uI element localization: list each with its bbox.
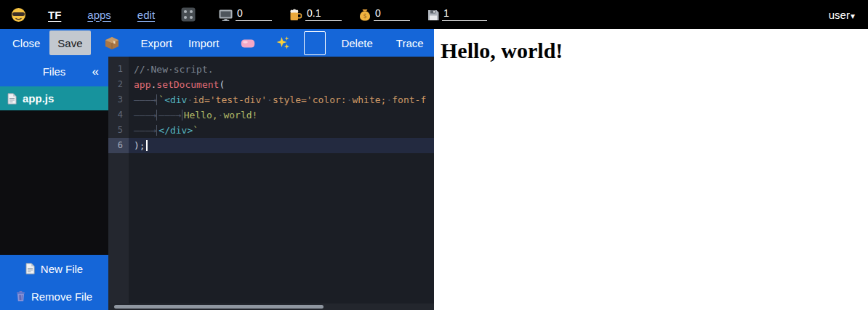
code-token: 'test-div' (210, 94, 267, 105)
editor-gutter: 123456 (108, 57, 129, 310)
sidebar-empty-area (0, 110, 108, 255)
keypad-icon[interactable] (181, 7, 196, 22)
workspace: Files « app.j (0, 57, 434, 310)
file-name: app.js (23, 92, 54, 105)
code-token: ———→ (134, 110, 157, 121)
toolbar: Close Save Export Import (0, 29, 434, 57)
code-token: Hello, (184, 110, 218, 121)
code-token: white; (352, 94, 386, 105)
code-line[interactable]: //·New·script. (129, 62, 434, 77)
line-number: 2 (108, 77, 129, 92)
new-file-button[interactable]: New File (0, 255, 108, 282)
close-button[interactable]: Close (4, 30, 48, 55)
code-token: font-f (392, 94, 426, 105)
stat-monitor-value[interactable]: 0 (236, 8, 272, 21)
line-number: 3 (108, 92, 129, 107)
export-button[interactable]: Export (133, 30, 180, 55)
code-editor[interactable]: 123456 //·New·script.app.setDocument(———… (108, 57, 434, 310)
files-sidebar: Files « app.j (0, 57, 108, 310)
code-token: ( (219, 79, 225, 90)
brand-link[interactable]: TF (48, 9, 61, 21)
code-token: ———→ (158, 110, 182, 121)
editor-code[interactable]: //·New·script.app.setDocument(———→`<div·… (129, 57, 434, 310)
line-number: 4 (108, 107, 129, 123)
code-token: </div> (158, 125, 193, 136)
trace-button[interactable]: Trace (388, 30, 432, 55)
nav-link-apps[interactable]: apps (87, 9, 111, 21)
code-token: ` (158, 94, 164, 105)
code-token: world! (223, 110, 257, 121)
line-number: 6 (108, 138, 129, 153)
code-line[interactable]: ); (129, 138, 434, 153)
code-token: ———→ (134, 94, 157, 105)
code-token: <div (164, 94, 187, 105)
output-panel: Hello, world! (434, 29, 868, 310)
stat-saves: 1 (427, 8, 487, 21)
stat-money: $ 0 (359, 8, 410, 21)
file-item-appjs[interactable]: app.js (0, 86, 108, 110)
smiley-sunglasses-icon[interactable] (11, 7, 26, 23)
code-token: //·New·script. (134, 64, 214, 75)
stat-saves-value[interactable]: 1 (442, 8, 487, 21)
code-token: ` (193, 125, 198, 136)
text-cursor (146, 140, 148, 151)
soap-icon (241, 38, 255, 49)
new-file-icon (25, 263, 35, 274)
code-token: ); (134, 140, 145, 151)
package-icon (105, 36, 119, 50)
delete-button[interactable]: Delete (333, 30, 380, 55)
horizontal-scrollbar-track[interactable] (108, 303, 434, 310)
sparkles-icon (276, 36, 290, 50)
package-button[interactable] (98, 30, 126, 55)
floppy-disk-icon (427, 9, 439, 21)
svg-text:$: $ (363, 13, 367, 20)
output-text: Hello, world! (441, 38, 868, 63)
stat-money-value[interactable]: 0 (374, 8, 410, 21)
user-label: user (829, 9, 850, 21)
caret-down-icon: ▾ (851, 11, 855, 21)
topbar: TF apps edit 0 (0, 0, 868, 29)
monitor-icon (219, 9, 233, 21)
app-window: TF apps edit 0 (0, 0, 868, 310)
code-token: id= (193, 94, 209, 105)
new-file-label: New File (41, 263, 83, 275)
code-token: 'color: (307, 94, 347, 105)
nav-link-edit[interactable]: edit (137, 9, 155, 21)
blank-button[interactable] (304, 31, 326, 55)
trash-icon (16, 290, 25, 302)
editor-app-panel: Close Save Export Import (0, 29, 434, 310)
save-button[interactable]: Save (49, 30, 90, 55)
soap-button[interactable] (234, 30, 262, 55)
stat-beer-value[interactable]: 0.1 (305, 8, 342, 21)
code-line[interactable]: ———→</div>` (129, 123, 434, 138)
scrollbar-thumb[interactable] (114, 305, 324, 309)
import-button[interactable]: Import (180, 30, 228, 55)
line-number: 1 (108, 62, 129, 77)
sparkles-button[interactable] (269, 30, 297, 55)
code-line[interactable]: ———→———→Hello,·world! (129, 107, 434, 123)
remove-file-button[interactable]: Remove File (0, 282, 108, 310)
code-token: · (267, 94, 273, 105)
line-number: 5 (108, 123, 129, 138)
code-line[interactable]: app.setDocument( (129, 77, 434, 92)
code-line[interactable]: ———→`<div·id='test-div'·style='color:·wh… (129, 92, 434, 107)
files-header: Files « (0, 57, 108, 86)
user-menu-button[interactable]: user▾ (829, 9, 855, 21)
code-token: app (134, 79, 150, 90)
money-bag-icon: $ (359, 9, 371, 21)
stat-beer: 0.1 (289, 8, 342, 21)
collapse-sidebar-button[interactable]: « (92, 64, 99, 78)
file-document-icon (7, 93, 17, 105)
beer-mug-icon (289, 9, 302, 21)
files-header-label: Files (43, 65, 66, 78)
remove-file-label: Remove File (31, 290, 92, 303)
code-token: style= (273, 94, 307, 105)
code-token: setDocument (156, 79, 219, 90)
code-token: ———→ (134, 125, 157, 136)
stat-monitor: 0 (219, 8, 272, 21)
